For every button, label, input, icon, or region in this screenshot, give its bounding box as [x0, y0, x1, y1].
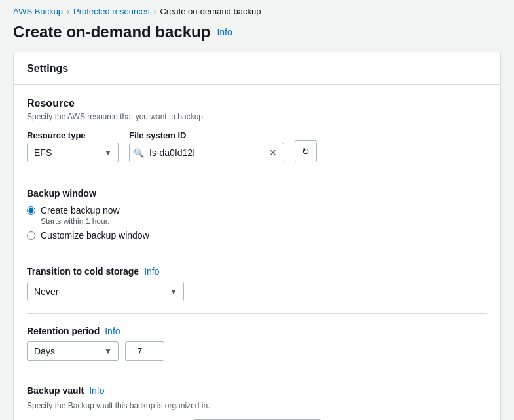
divider-2 — [27, 254, 487, 254]
vault-description: Specify the Backup vault this backup is … — [27, 401, 487, 410]
resource-type-select[interactable]: EFS — [27, 143, 119, 162]
refresh-button[interactable]: ↻ — [295, 140, 317, 162]
search-icon: 🔍 — [134, 148, 144, 158]
backup-window-title: Backup window — [27, 188, 487, 199]
retention-label: Retention period — [27, 326, 100, 336]
resource-field-row: Resource type EFS ▼ File system ID 🔍 ✕ — [27, 130, 487, 162]
radio-customize[interactable] — [27, 231, 35, 240]
resource-section-title: Resource — [27, 98, 487, 109]
breadcrumb-sep-1: › — [67, 7, 69, 16]
vault-section: Backup vault Info Specify the Backup vau… — [27, 385, 487, 420]
divider-3 — [27, 313, 487, 314]
transition-select-wrapper: Never After 30 days After 60 days After … — [27, 282, 184, 301]
transition-label-row: Transition to cold storage Info — [27, 266, 487, 277]
resource-section-desc: Specify the AWS resource that you want t… — [27, 112, 487, 121]
retention-info-link[interactable]: Info — [105, 326, 120, 336]
vault-info-link[interactable]: Info — [89, 385, 104, 396]
divider-1 — [27, 176, 487, 176]
radio-customize-label: Customize backup window — [41, 230, 149, 240]
page-header: Create on-demand backup Info — [0, 20, 514, 52]
resource-section: Resource Specify the AWS resource that y… — [27, 98, 487, 162]
radio-now-label: Create backup now — [41, 205, 120, 216]
refresh-icon: ↻ — [302, 146, 310, 157]
retention-row: Days Weeks Months Years ▼ — [27, 341, 487, 361]
card-title: Settings — [27, 63, 68, 74]
resource-type-label: Resource type — [27, 130, 119, 140]
transition-info-link[interactable]: Info — [144, 266, 159, 277]
backup-window-section: Backup window Create backup now Starts w… — [27, 188, 487, 240]
divider-4 — [27, 373, 487, 373]
resource-type-select-wrapper: EFS ▼ — [27, 143, 119, 162]
breadcrumb-sep-2: › — [153, 7, 156, 16]
retention-unit-select-wrapper: Days Weeks Months Years ▼ — [27, 341, 119, 361]
vault-label: Backup vault — [27, 385, 84, 396]
radio-option-now[interactable]: Create backup now Starts within 1 hour. — [27, 205, 487, 226]
breadcrumb-aws-backup[interactable]: AWS Backup — [13, 7, 63, 16]
card-body: Resource Specify the AWS resource that y… — [14, 85, 500, 420]
page-info-link[interactable]: Info — [217, 27, 232, 37]
resource-type-group: Resource type EFS ▼ — [27, 130, 119, 162]
retention-unit-select[interactable]: Days Weeks Months Years — [27, 341, 119, 361]
clear-input-button[interactable]: ✕ — [266, 147, 280, 159]
transition-section: Transition to cold storage Info Never Af… — [27, 266, 487, 301]
breadcrumb-protected-resources[interactable]: Protected resources — [73, 7, 149, 16]
card-header: Settings — [14, 52, 500, 85]
file-system-id-input-wrapper: 🔍 ✕ — [129, 143, 284, 162]
radio-create-now[interactable] — [27, 206, 35, 215]
file-system-id-group: File system ID 🔍 ✕ — [129, 130, 284, 162]
vault-label-row: Backup vault Info — [27, 385, 487, 396]
retention-label-row: Retention period Info — [27, 326, 487, 336]
retention-section: Retention period Info Days Weeks Months … — [27, 326, 487, 361]
retention-number-input[interactable] — [125, 341, 164, 361]
settings-card: Settings Resource Specify the AWS resour… — [13, 52, 501, 420]
backup-window-radio-group: Create backup now Starts within 1 hour. … — [27, 205, 487, 240]
radio-now-sublabel: Starts within 1 hour. — [41, 217, 120, 226]
transition-select[interactable]: Never After 30 days After 60 days After … — [27, 282, 184, 301]
breadcrumb: AWS Backup › Protected resources › Creat… — [0, 0, 514, 20]
file-system-id-label: File system ID — [129, 130, 284, 140]
radio-option-customize[interactable]: Customize backup window — [27, 230, 487, 240]
breadcrumb-current: Create on-demand backup — [160, 7, 261, 16]
transition-label: Transition to cold storage — [27, 266, 139, 277]
file-system-id-input[interactable] — [147, 143, 266, 162]
page-title: Create on-demand backup — [13, 23, 210, 41]
